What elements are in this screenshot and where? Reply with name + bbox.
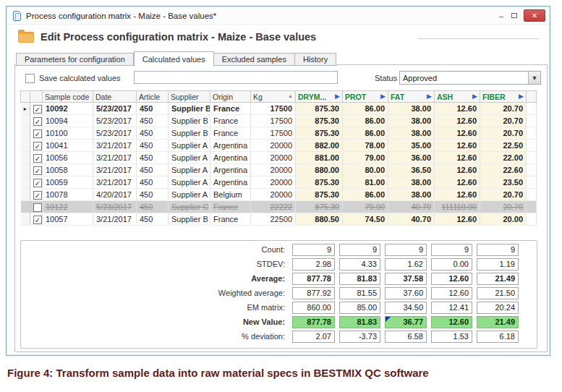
cell-ash[interactable]: 12.60 [435, 127, 480, 140]
grid-header-prot[interactable]: PROT▶ [343, 91, 388, 103]
cell-ash[interactable]: 12.60 [435, 103, 480, 115]
cell-article[interactable]: 450 [137, 103, 169, 115]
checkbox-cell[interactable]: ✓ [30, 127, 43, 140]
cell-sample_code[interactable]: 10092 [43, 103, 93, 115]
cell-fiber[interactable]: 22.50 [480, 140, 527, 152]
cell-kg[interactable]: 20000 [251, 152, 296, 164]
new-value-cell[interactable]: 877.78 [292, 316, 335, 328]
cell-fiber[interactable]: 23.50 [480, 176, 527, 189]
cell-supplier[interactable]: Supplier A [169, 164, 210, 176]
cell-sample_code[interactable]: 10041 [43, 140, 93, 152]
cell-fiber[interactable]: 20.70 [480, 103, 527, 115]
cell-ash[interactable]: 12.60 [435, 152, 480, 164]
play-icon[interactable]: ▶ [519, 93, 524, 100]
checkbox-cell[interactable]: ✓ [30, 164, 43, 176]
cell-ash[interactable]: 111110.00 [435, 201, 480, 213]
cell-drym[interactable]: 875.30 [296, 115, 343, 127]
grid-header-sample_code[interactable]: Sample code [43, 91, 93, 103]
cell-origin[interactable]: Belgium [210, 189, 251, 201]
grid-header-origin[interactable]: Origin [210, 91, 251, 103]
new-value-cell[interactable]: 12.60 [431, 316, 472, 328]
play-icon[interactable]: ▶ [335, 93, 340, 100]
cell-prot[interactable]: 78.00 [343, 140, 388, 152]
cell-kg[interactable]: 17500 [251, 103, 296, 115]
cell-article[interactable]: 450 [137, 127, 169, 140]
cell-drym[interactable]: 882.00 [296, 140, 343, 152]
new-value-cell[interactable]: 36.77 [385, 316, 427, 328]
cell-fat[interactable]: 38.00 [388, 176, 435, 189]
grid-header-kg[interactable]: Kg▲ [251, 91, 296, 103]
cell-fiber[interactable]: 22.00 [480, 152, 527, 164]
cell-date[interactable]: 3/21/2017 [93, 176, 137, 189]
cell-date[interactable]: 3/21/2017 [93, 213, 137, 226]
checkbox-cell[interactable]: ✓ [30, 152, 43, 164]
cell-drym[interactable]: 875.30 [296, 127, 343, 140]
grid-header-article[interactable]: Article [137, 91, 169, 103]
cell-ash[interactable]: 12.60 [435, 140, 480, 152]
cell-drym[interactable]: 875.30 [296, 201, 343, 213]
include-sample-checkbox[interactable]: ✓ [33, 216, 42, 224]
cell-prot[interactable]: 81.00 [343, 176, 388, 189]
grid-header-ash[interactable]: ASH▶ [435, 91, 480, 103]
cell-sample_code[interactable]: 10094 [43, 115, 93, 127]
cell-ash[interactable]: 12.60 [435, 176, 480, 189]
cell-prot[interactable]: 86.00 [343, 103, 388, 115]
include-sample-checkbox[interactable] [33, 203, 42, 212]
cell-supplier[interactable]: Supplier B [169, 115, 210, 127]
include-sample-checkbox[interactable]: ✓ [33, 166, 42, 175]
cell-supplier[interactable]: Supplier A [169, 140, 210, 152]
cell-article[interactable]: 450 [137, 201, 169, 213]
tab-parameters-for-configuration[interactable]: Parameters for configuration [16, 53, 134, 66]
play-icon[interactable]: ▶ [380, 93, 386, 100]
maximize-button[interactable] [508, 10, 521, 22]
minimize-button[interactable]: – [495, 10, 508, 22]
cell-article[interactable]: 450 [137, 213, 169, 226]
cell-article[interactable]: 450 [137, 140, 169, 152]
cell-prot[interactable]: 80.00 [343, 164, 388, 176]
cell-kg[interactable]: 20000 [251, 189, 296, 201]
grid-header-fiber[interactable]: FIBER▶ [480, 91, 527, 103]
cell-article[interactable]: 450 [137, 164, 169, 176]
cell-fat[interactable]: 36.50 [388, 164, 435, 176]
cell-article[interactable]: 450 [137, 115, 169, 127]
cell-sample_code[interactable]: 10100 [43, 127, 93, 140]
new-value-cell[interactable]: 81.83 [339, 316, 380, 328]
cell-prot[interactable]: 74.50 [343, 213, 388, 226]
cell-supplier[interactable]: Supplier B [169, 103, 210, 115]
cell-origin[interactable]: France [210, 103, 251, 115]
cell-kg[interactable]: 20000 [251, 164, 296, 176]
checkbox-cell[interactable]: ✓ [30, 213, 43, 226]
include-sample-checkbox[interactable]: ✓ [33, 191, 42, 200]
cell-supplier[interactable]: Supplier A [169, 176, 210, 189]
new-value-cell[interactable]: 21.49 [477, 316, 519, 328]
cell-prot[interactable]: 79.00 [343, 152, 388, 164]
cell-date[interactable]: 3/21/2017 [93, 152, 137, 164]
grid-header-fat[interactable]: FAT▶ [388, 91, 435, 103]
cell-origin[interactable]: France [210, 115, 251, 127]
include-sample-checkbox[interactable]: ✓ [33, 179, 42, 187]
cell-fat[interactable]: 38.00 [388, 103, 435, 115]
cell-kg[interactable]: 20000 [251, 140, 296, 152]
cell-prot[interactable]: 79.90 [343, 201, 388, 213]
cell-fiber[interactable]: 20.70 [480, 189, 527, 201]
grid-header-supplier[interactable]: Supplier [169, 91, 210, 103]
cell-origin[interactable]: Argentina [210, 164, 251, 176]
tab-history[interactable]: History [295, 53, 336, 66]
cell-date[interactable]: 3/21/2017 [93, 164, 137, 176]
cell-supplier[interactable]: Supplier A [169, 152, 210, 164]
cell-fat[interactable]: 38.00 [388, 115, 435, 127]
cell-drym[interactable]: 875.30 [296, 103, 343, 115]
cell-fat[interactable]: 40.70 [388, 201, 435, 213]
checkbox-cell[interactable]: ✓ [30, 115, 43, 127]
dropdown-button[interactable]: ▼ [528, 72, 540, 84]
cell-supplier[interactable]: Supplier C [169, 201, 210, 213]
cell-date[interactable]: 4/20/2017 [93, 189, 137, 201]
cell-fiber[interactable]: 20.00 [480, 213, 527, 226]
grid-header-drym[interactable]: DRYM...▶ [296, 91, 343, 103]
cell-supplier[interactable]: Supplier A [169, 189, 210, 201]
cell-drym[interactable]: 875.30 [296, 189, 343, 201]
cell-sample_code[interactable]: 10058 [43, 164, 93, 176]
cell-fat[interactable]: 38.00 [388, 189, 435, 201]
cell-article[interactable]: 450 [137, 152, 169, 164]
cell-sample_code[interactable]: 10059 [43, 176, 93, 189]
